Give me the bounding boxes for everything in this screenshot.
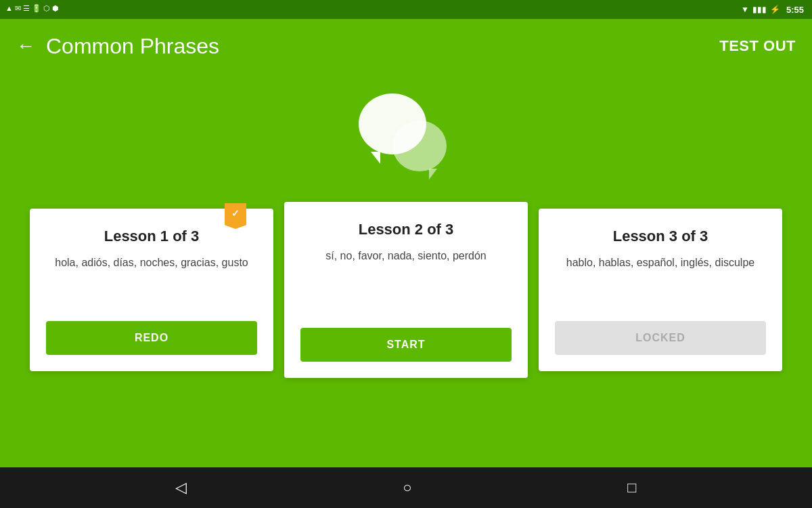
chat-bubbles-icon xyxy=(352,87,460,182)
test-out-button[interactable]: TEST OUT xyxy=(719,37,796,55)
icon-section xyxy=(0,73,812,195)
lesson-2-words: sí, no, favor, nada, siento, perdón xyxy=(325,248,487,314)
lesson-3-title: Lesson 3 of 3 xyxy=(613,228,708,245)
lesson-card-1: ✓ Lesson 1 of 3 hola, adiós, días, noche… xyxy=(30,209,273,371)
bubble-secondary xyxy=(392,121,447,171)
status-bar: ▲ ✉ ☰ 🔋 ⬡ ⬢ ▼ ▮▮▮ ⚡ 5:55 xyxy=(0,0,812,19)
completed-badge: ✓ xyxy=(225,203,246,229)
lesson-3-button: LOCKED xyxy=(555,321,766,355)
lesson-2-title: Lesson 2 of 3 xyxy=(359,221,454,238)
nav-bar: ◁ ○ □ xyxy=(0,467,812,508)
header: ← Common Phrases TEST OUT xyxy=(0,19,812,73)
lesson-1-title: Lesson 1 of 3 xyxy=(104,228,200,245)
nav-home-icon[interactable]: ○ xyxy=(403,479,411,496)
nav-back-icon[interactable]: ◁ xyxy=(175,479,187,496)
lessons-section: ✓ Lesson 1 of 3 hola, adiós, días, noche… xyxy=(0,195,812,467)
lesson-3-words: hablo, hablas, español, inglés, disculpe xyxy=(566,255,754,308)
status-time: 5:55 xyxy=(786,5,804,15)
status-right-icons: ▼ ▮▮▮ ⚡ 5:55 xyxy=(741,5,804,15)
header-left: ← Common Phrases xyxy=(16,34,219,59)
battery-icon: ⚡ xyxy=(770,5,780,14)
signal-icon: ▮▮▮ xyxy=(752,5,767,14)
page-title: Common Phrases xyxy=(46,34,219,59)
nav-recent-icon[interactable]: □ xyxy=(627,479,636,496)
lesson-1-button[interactable]: REDO xyxy=(46,321,257,355)
app-container: ← Common Phrases TEST OUT ✓ Lesson 1 of … xyxy=(0,19,812,467)
wifi-icon: ▼ xyxy=(741,5,749,14)
check-icon: ✓ xyxy=(231,208,240,219)
lesson-2-button[interactable]: START xyxy=(300,328,512,362)
lesson-card-3: Lesson 3 of 3 hablo, hablas, español, in… xyxy=(539,209,782,371)
lesson-1-words: hola, adiós, días, noches, gracias, gust… xyxy=(55,255,248,308)
back-button[interactable]: ← xyxy=(16,37,35,56)
lesson-card-2: Lesson 2 of 3 sí, no, favor, nada, sient… xyxy=(284,202,528,378)
status-left-icons: ▲ ✉ ☰ 🔋 ⬡ ⬢ xyxy=(5,4,59,13)
